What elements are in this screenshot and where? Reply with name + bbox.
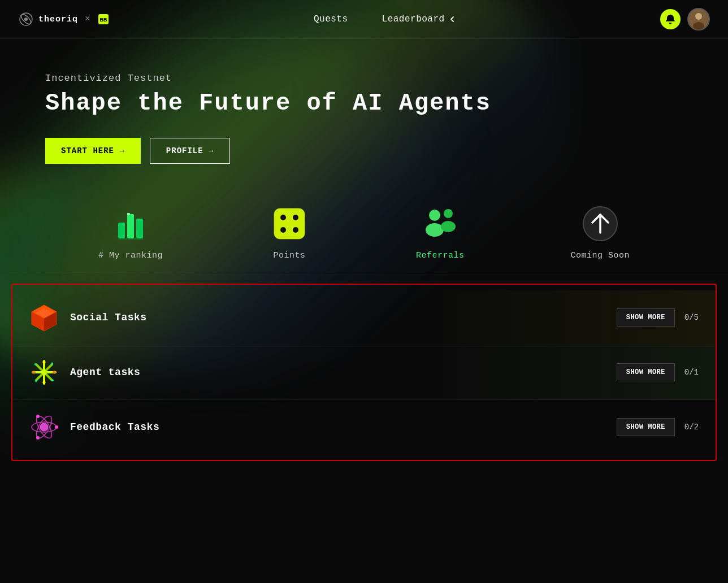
svg-point-17 xyxy=(280,227,286,233)
feedback-tasks-show-more-button[interactable]: SHOW MORE xyxy=(617,418,675,436)
svg-rect-9 xyxy=(127,214,134,238)
logo-text: theoriq xyxy=(38,15,78,24)
hero-subtitle: Incentivized Testnet xyxy=(45,73,683,84)
hero-section: Incentivized Testnet Shape the Future of… xyxy=(0,39,728,186)
agent-tasks-progress: 0/1 xyxy=(682,368,699,377)
referrals-icon xyxy=(420,203,461,244)
profile-button[interactable]: PROFILE → xyxy=(150,138,231,164)
svg-marker-34 xyxy=(42,380,46,385)
arrow-up-icon xyxy=(580,203,621,244)
svg-rect-8 xyxy=(118,223,125,238)
stat-coming-soon[interactable]: Coming Soon xyxy=(570,203,630,260)
tasks-section: Social Tasks SHOW MORE 0/5 xyxy=(11,284,717,461)
header: theoriq × BB Quests Leaderboard xyxy=(0,0,728,39)
stat-referrals[interactable]: Referrals xyxy=(416,203,465,260)
notification-bell-button[interactable] xyxy=(660,9,681,29)
svg-point-16 xyxy=(293,215,298,220)
stats-bar: # My ranking Points xyxy=(0,186,728,272)
hero-title: Shape the Future of AI Agents xyxy=(45,89,683,118)
agent-tasks-show-more-button[interactable]: SHOW MORE xyxy=(617,363,675,381)
referrals-label: Referrals xyxy=(416,251,465,260)
svg-rect-10 xyxy=(136,219,143,238)
social-tasks-left: Social Tasks xyxy=(29,303,147,332)
feedback-tasks-label: Feedback Tasks xyxy=(70,421,159,433)
svg-point-15 xyxy=(280,215,286,220)
feedback-tasks-icon xyxy=(29,412,59,442)
agent-tasks-icon xyxy=(29,358,59,387)
theoriq-logo-icon xyxy=(18,11,34,27)
social-cube-icon xyxy=(29,303,59,332)
coming-soon-label: Coming Soon xyxy=(570,251,630,260)
social-tasks-show-more-button[interactable]: SHOW MORE xyxy=(617,308,675,327)
ranking-label: # My ranking xyxy=(98,251,163,260)
svg-marker-36 xyxy=(52,371,57,374)
agent-tasks-label: Agent tasks xyxy=(70,367,140,378)
avatar-image xyxy=(688,9,709,29)
nav-quests[interactable]: Quests xyxy=(314,14,348,24)
svg-point-2 xyxy=(24,18,28,21)
agent-tasks-right: SHOW MORE 0/1 xyxy=(617,363,699,381)
agent-tasks-left: Agent tasks xyxy=(29,358,140,387)
svg-rect-12 xyxy=(127,213,130,215)
bar-chart-icon xyxy=(110,203,151,244)
hero-buttons: START HERE → PROFILE → xyxy=(45,138,683,164)
logo-separator: × xyxy=(85,14,90,24)
header-actions xyxy=(660,8,710,31)
user-avatar[interactable] xyxy=(687,8,710,31)
svg-point-6 xyxy=(695,13,702,20)
start-here-button[interactable]: START HERE → xyxy=(45,138,141,164)
stat-ranking[interactable]: # My ranking xyxy=(98,203,163,260)
nav-leaderboard[interactable]: Leaderboard xyxy=(382,14,456,24)
svg-rect-11 xyxy=(118,238,143,240)
svg-point-46 xyxy=(55,425,58,429)
svg-point-42 xyxy=(40,423,48,431)
agent-tasks-row: Agent tasks SHOW MORE 0/1 xyxy=(12,345,716,400)
stat-points[interactable]: Points xyxy=(269,203,310,260)
feedback-tasks-row: Feedback Tasks SHOW MORE 0/2 xyxy=(12,400,716,454)
svg-point-22 xyxy=(441,221,456,232)
social-tasks-right: SHOW MORE 0/5 xyxy=(617,308,699,327)
svg-point-47 xyxy=(36,415,40,418)
social-tasks-progress: 0/5 xyxy=(682,313,699,322)
feedback-tasks-progress: 0/2 xyxy=(682,423,699,432)
svg-marker-33 xyxy=(42,360,46,364)
bonus-block-icon: BB xyxy=(97,13,110,25)
chevron-left-icon xyxy=(448,15,456,23)
svg-point-41 xyxy=(41,369,47,375)
svg-point-20 xyxy=(426,223,444,237)
svg-point-48 xyxy=(36,436,40,440)
social-tasks-row: Social Tasks SHOW MORE 0/5 xyxy=(12,290,716,345)
svg-rect-14 xyxy=(274,208,305,239)
svg-point-19 xyxy=(429,210,440,221)
dice-icon xyxy=(269,203,310,244)
points-label: Points xyxy=(273,251,305,260)
svg-point-18 xyxy=(293,227,298,233)
main-nav: Quests Leaderboard xyxy=(314,14,456,24)
logo[interactable]: theoriq × BB xyxy=(18,11,110,27)
bell-icon xyxy=(665,14,675,24)
feedback-tasks-right: SHOW MORE 0/2 xyxy=(617,418,699,436)
svg-marker-35 xyxy=(32,371,36,374)
social-tasks-label: Social Tasks xyxy=(70,312,147,323)
svg-point-21 xyxy=(444,209,453,218)
feedback-tasks-left: Feedback Tasks xyxy=(29,412,159,442)
svg-text:BB: BB xyxy=(99,17,107,23)
nav-leaderboard-label: Leaderboard xyxy=(382,14,445,24)
